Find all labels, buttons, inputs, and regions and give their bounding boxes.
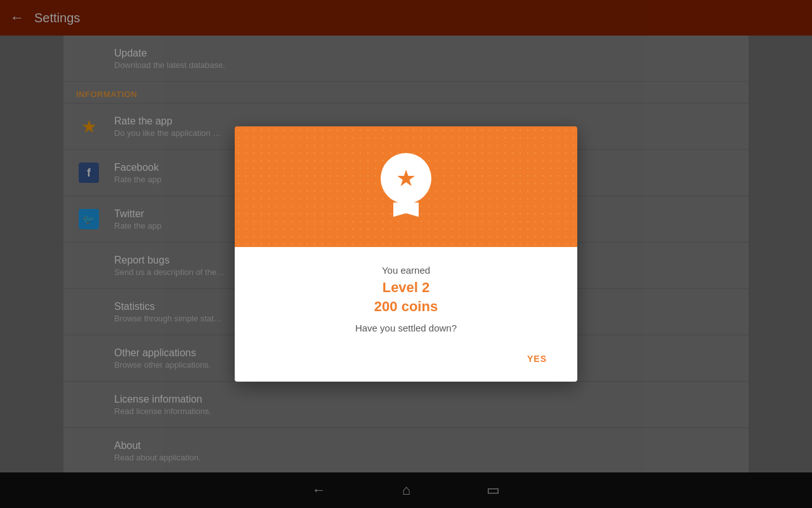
- dialog-overlay: ★ You earned Level 2 200 coins Have you …: [0, 0, 812, 508]
- achievement-dialog: ★ You earned Level 2 200 coins Have you …: [235, 126, 577, 382]
- dialog-question: Have you settled down?: [255, 323, 557, 333]
- dialog-body: You earned Level 2 200 coins Have you se…: [235, 247, 577, 382]
- medal-icon: ★: [381, 153, 431, 220]
- dialog-header: ★: [235, 126, 577, 247]
- medal-circle: ★: [381, 153, 431, 204]
- earned-label: You earned: [255, 265, 557, 276]
- dialog-coins: 200 coins: [255, 298, 557, 315]
- dialog-level: Level 2: [255, 279, 557, 296]
- medal-ribbon: [393, 203, 419, 220]
- dialog-actions: YES: [255, 349, 557, 369]
- yes-button[interactable]: YES: [517, 349, 557, 369]
- medal-star: ★: [396, 165, 416, 192]
